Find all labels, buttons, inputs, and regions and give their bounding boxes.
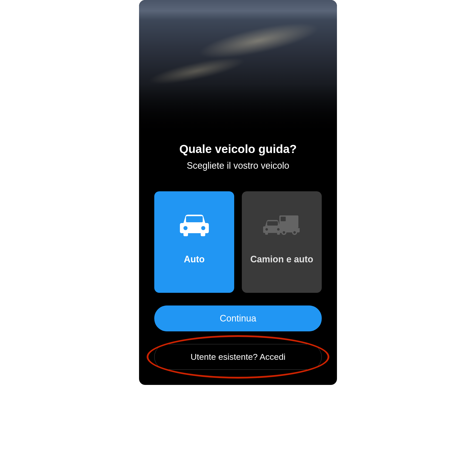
hero-image [139, 0, 337, 134]
onboarding-screen: Quale veicolo guida? Scegliete il vostro… [139, 0, 337, 385]
option-auto-label: Auto [184, 253, 205, 265]
svg-point-10 [265, 228, 268, 231]
truck-car-icon [262, 209, 302, 240]
option-auto[interactable]: Auto [154, 191, 234, 293]
svg-rect-9 [267, 221, 278, 226]
svg-point-6 [283, 231, 285, 234]
svg-point-8 [293, 231, 296, 234]
svg-rect-4 [281, 217, 286, 221]
option-truck[interactable]: Camion e auto [242, 191, 322, 293]
page-subtitle: Scegliete il vostro veicolo [152, 160, 324, 171]
svg-rect-0 [186, 216, 203, 222]
car-icon [178, 209, 211, 240]
svg-point-2 [201, 226, 205, 230]
option-truck-label: Camion e auto [250, 253, 313, 265]
signin-button[interactable]: Utente esistente? Accedi [154, 344, 322, 370]
svg-point-1 [183, 226, 188, 230]
page-title: Quale veicolo guida? [152, 142, 324, 156]
vehicle-options: Auto [152, 191, 324, 293]
signin-wrapper: Utente esistente? Accedi [152, 342, 324, 372]
continue-button[interactable]: Continua [154, 305, 322, 331]
svg-point-11 [277, 228, 280, 231]
content-area: Quale veicolo guida? Scegliete il vostro… [139, 134, 337, 385]
